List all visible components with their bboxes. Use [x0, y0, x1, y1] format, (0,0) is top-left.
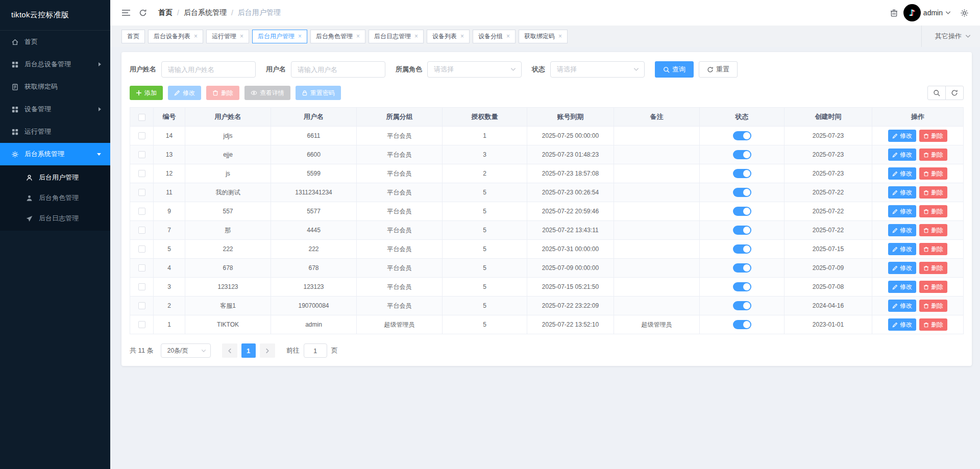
- trash-icon[interactable]: [890, 9, 898, 17]
- table-search-toggle-button[interactable]: [927, 86, 946, 100]
- row-delete-button[interactable]: 删除: [919, 167, 947, 180]
- add-button[interactable]: 添加: [130, 86, 163, 100]
- status-toggle[interactable]: [733, 150, 751, 159]
- row-checkbox[interactable]: [138, 283, 145, 290]
- name-input[interactable]: [161, 61, 256, 78]
- sidebar-item-run-mgmt[interactable]: 运行管理: [0, 120, 110, 143]
- breadcrumb-home[interactable]: 首页: [158, 8, 173, 17]
- status-toggle[interactable]: [733, 207, 751, 216]
- row-delete-button[interactable]: 删除: [919, 318, 947, 331]
- row-edit-button[interactable]: 修改: [888, 149, 916, 161]
- page-number-button[interactable]: 1: [241, 343, 256, 358]
- tab-backend-role-mgmt[interactable]: 后台角色管理 ×: [310, 30, 365, 43]
- row-checkbox[interactable]: [138, 208, 145, 215]
- tab-get-bind-code[interactable]: 获取绑定码 ×: [519, 30, 568, 43]
- sidebar-item-get-bind-code[interactable]: 获取绑定码: [0, 76, 110, 98]
- tab-device-list[interactable]: 设备列表 ×: [427, 30, 470, 43]
- close-icon[interactable]: ×: [558, 33, 562, 39]
- status-toggle[interactable]: [733, 169, 751, 178]
- sidebar-item-home[interactable]: 首页: [0, 31, 110, 53]
- reset-password-button[interactable]: 重置密码: [296, 86, 341, 100]
- row-edit-button[interactable]: 修改: [888, 186, 916, 199]
- breadcrumb-system-mgmt[interactable]: 后台系统管理: [184, 8, 227, 17]
- row-delete-button[interactable]: 删除: [919, 300, 947, 312]
- reset-button[interactable]: 重置: [699, 61, 738, 78]
- table-refresh-button[interactable]: [945, 86, 964, 100]
- close-icon[interactable]: ×: [460, 33, 464, 39]
- row-checkbox[interactable]: [138, 321, 145, 328]
- row-delete-button[interactable]: 删除: [919, 149, 947, 161]
- row-checkbox[interactable]: [138, 132, 145, 139]
- row-edit-button[interactable]: 修改: [888, 167, 916, 180]
- row-delete-button[interactable]: 删除: [919, 262, 947, 274]
- refresh-icon[interactable]: [139, 9, 147, 17]
- sidebar-item-backend-role-mgmt[interactable]: 后台角色管理: [0, 188, 110, 208]
- delete-button[interactable]: 删除: [206, 86, 239, 100]
- row-checkbox[interactable]: [138, 245, 145, 253]
- sidebar-item-system-mgmt[interactable]: 后台系统管理: [0, 143, 110, 165]
- row-delete-button[interactable]: 删除: [919, 243, 947, 255]
- edit-button-label: 修改: [183, 89, 195, 97]
- user-menu[interactable]: ♪ admin: [903, 4, 951, 21]
- status-select[interactable]: 请选择: [550, 61, 645, 78]
- row-checkbox[interactable]: [138, 170, 145, 177]
- tab-device-group[interactable]: 设备分组 ×: [473, 30, 516, 43]
- role-select[interactable]: 请选择: [427, 61, 522, 78]
- row-checkbox[interactable]: [138, 189, 145, 196]
- close-icon[interactable]: ×: [414, 33, 418, 39]
- status-toggle[interactable]: [733, 282, 751, 291]
- row-edit-button[interactable]: 修改: [888, 243, 916, 255]
- row-checkbox[interactable]: [138, 264, 145, 271]
- status-toggle[interactable]: [733, 226, 751, 235]
- row-edit-button[interactable]: 修改: [888, 318, 916, 331]
- tab-backend-log-mgmt[interactable]: 后台日志管理 ×: [369, 30, 424, 43]
- sidebar-item-total-device-mgmt[interactable]: 后台总设备管理: [0, 53, 110, 76]
- row-checkbox[interactable]: [138, 151, 145, 158]
- prev-page-button[interactable]: [222, 343, 237, 358]
- status-toggle[interactable]: [733, 131, 751, 140]
- tab-run-mgmt[interactable]: 运行管理 ×: [206, 30, 249, 43]
- status-toggle[interactable]: [733, 301, 751, 310]
- tab-backend-user-mgmt[interactable]: 后台用户管理 ×: [252, 30, 307, 43]
- tab-label: 设备列表: [432, 32, 457, 41]
- row-edit-button[interactable]: 修改: [888, 300, 916, 312]
- row-edit-button[interactable]: 修改: [888, 262, 916, 274]
- tab-home[interactable]: 首页: [121, 30, 145, 43]
- status-toggle[interactable]: [733, 244, 751, 254]
- username-input[interactable]: [291, 61, 385, 78]
- row-delete-button[interactable]: 删除: [919, 224, 947, 236]
- row-edit-button[interactable]: 修改: [888, 281, 916, 293]
- goto-page-input[interactable]: [304, 343, 327, 358]
- row-edit-button[interactable]: 修改: [888, 130, 916, 142]
- close-icon[interactable]: ×: [240, 33, 243, 39]
- close-icon[interactable]: ×: [194, 33, 198, 39]
- status-toggle[interactable]: [733, 188, 751, 197]
- row-edit-button[interactable]: 修改: [888, 205, 916, 217]
- tab-device-list-backend[interactable]: 后台设备列表 ×: [148, 30, 203, 43]
- edit-button[interactable]: 修改: [168, 86, 201, 100]
- row-delete-button[interactable]: 删除: [919, 186, 947, 199]
- select-all-checkbox[interactable]: [138, 114, 145, 121]
- row-checkbox[interactable]: [138, 227, 145, 234]
- cell-name: 678: [185, 259, 271, 278]
- hamburger-icon[interactable]: [121, 9, 131, 17]
- row-delete-button[interactable]: 删除: [919, 205, 947, 217]
- sidebar-item-backend-user-mgmt[interactable]: 后台用户管理: [0, 167, 110, 188]
- row-edit-button[interactable]: 修改: [888, 224, 916, 236]
- row-delete-button[interactable]: 删除: [919, 281, 947, 293]
- sidebar-item-device-mgmt[interactable]: 设备管理: [0, 98, 110, 120]
- row-delete-button[interactable]: 删除: [919, 130, 947, 142]
- status-toggle[interactable]: [733, 263, 751, 273]
- close-icon[interactable]: ×: [506, 33, 510, 39]
- row-checkbox[interactable]: [138, 302, 145, 309]
- close-icon[interactable]: ×: [298, 33, 302, 39]
- view-detail-button[interactable]: 查看详情: [244, 86, 290, 100]
- sidebar-item-backend-log-mgmt[interactable]: 后台日志管理: [0, 208, 110, 229]
- search-button[interactable]: 查询: [655, 61, 694, 78]
- status-toggle[interactable]: [733, 320, 751, 329]
- gear-icon[interactable]: [960, 9, 969, 17]
- more-actions-dropdown[interactable]: 其它操作: [921, 26, 980, 47]
- next-page-button[interactable]: [260, 343, 275, 358]
- close-icon[interactable]: ×: [356, 33, 360, 39]
- page-size-select[interactable]: 20条/页: [161, 343, 211, 358]
